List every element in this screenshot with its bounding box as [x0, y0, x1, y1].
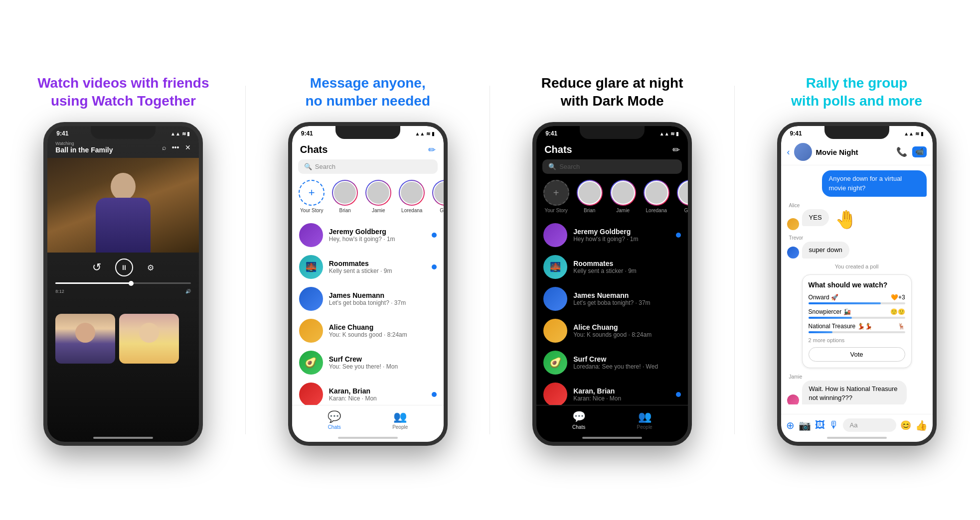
rewind-icon[interactable]: ↺ — [92, 261, 101, 274]
story-avatar-jamie[interactable] — [365, 180, 391, 206]
thumbs-up-icon[interactable]: 👍 — [915, 419, 928, 431]
call-icons: 📞 📹 — [896, 146, 927, 157]
search-icon[interactable]: ⌕ — [162, 143, 166, 151]
settings-icon[interactable]: ⚙ — [147, 263, 154, 272]
story-label-yours: Your Story — [300, 208, 323, 213]
story-dark-brian[interactable]: Brian — [576, 180, 603, 213]
chat-item-surf[interactable]: 🥑 Surf Crew You: See you there! · Mon — [292, 347, 444, 379]
story-dark-loredana[interactable]: Loredana — [643, 180, 670, 213]
story-gord[interactable]: Gord — [432, 180, 444, 213]
story-dark-avatar-brian[interactable] — [577, 180, 603, 206]
story-dark-avatar-gord[interactable] — [677, 180, 688, 206]
chat-avatar-jeremy — [299, 223, 323, 247]
story-avatar-loredana[interactable] — [399, 180, 425, 206]
progress-container[interactable] — [47, 282, 199, 284]
story-label-gord: Gord — [440, 208, 444, 213]
story-dark-avatar-jamie[interactable] — [610, 180, 636, 206]
poll-option-2[interactable]: Snowpiercer 🚂 🙂🙂 — [809, 308, 905, 319]
image-icon[interactable]: 🖼 — [815, 419, 825, 431]
chat-dark-roommates[interactable]: 🌉 Roommates Kelly sent a sticker · 9m — [536, 251, 688, 283]
progress-bar[interactable] — [55, 282, 191, 284]
playback-controls: ↺ ⏸ ⚙ — [47, 253, 199, 282]
story-avatar-gord[interactable] — [432, 180, 444, 206]
watch-controls[interactable]: ⌕ ••• ✕ — [162, 143, 191, 151]
phone-1: 9:41 ▲▲ ≋ ▮ Watching Ball in the Family … — [43, 122, 203, 446]
nav-people-light[interactable]: 👥 People — [392, 410, 408, 430]
edit-icon-light[interactable]: ✏ — [428, 144, 436, 155]
stories-row-light: + Your Story Brian Jamie — [292, 180, 444, 219]
status-icons-3: ▲▲ ≋ ▮ — [659, 131, 679, 136]
story-add-btn[interactable]: + — [299, 180, 325, 206]
nav-chats-dark[interactable]: 💬 Chats — [572, 410, 586, 430]
vote-button[interactable]: Vote — [809, 347, 905, 362]
story-dark-label-loredana: Loredana — [646, 208, 667, 213]
chat-dark-surf[interactable]: 🥑 Surf Crew Loredana: See you there! · W… — [536, 347, 688, 379]
chat-avatar-roommates: 🌉 — [299, 255, 323, 279]
bottom-nav-light: 💬 Chats 👥 People — [292, 405, 444, 442]
message-input[interactable]: Aa — [843, 418, 896, 432]
story-add-dark[interactable]: + — [543, 180, 569, 206]
msg-incoming-alice: YES 🤚 — [787, 209, 927, 230]
search-bar-dark[interactable]: 🔍 Search — [542, 159, 682, 174]
story-avatar-brian[interactable] — [332, 180, 358, 206]
back-arrow[interactable]: ‹ — [787, 147, 790, 157]
poll-card[interactable]: What should we watch? Onward 🚀 🧡+3 Snowp… — [802, 274, 912, 368]
phone-icon[interactable]: 📞 — [896, 146, 907, 157]
nav-chats-label: Chats — [328, 424, 341, 430]
story-jamie[interactable]: Jamie — [365, 180, 392, 213]
chat-item-alice[interactable]: Alice Chuang You: K sounds good · 8:24am — [292, 315, 444, 347]
poll-bar-3 — [809, 331, 905, 333]
unread-dot-karan — [432, 392, 437, 397]
chat-item-james[interactable]: James Nuemann Let's get boba tonight? · … — [292, 283, 444, 315]
chat-preview-alice: You: K sounds good · 8:24am — [329, 331, 437, 338]
chat-dark-info-karan: Karan, Brian Karan: Nice · Mon — [573, 387, 670, 402]
story-brian[interactable]: Brian — [331, 180, 359, 213]
watch-show-title: Ball in the Family — [55, 146, 113, 154]
story-dark-avatar-loredana[interactable] — [644, 180, 669, 206]
chat-dark-jeremy[interactable]: Jeremy Goldberg Hey how's it going? · 1m — [536, 219, 688, 251]
unread-dot-jeremy — [432, 233, 437, 238]
panel-1-title: Watch videos with friendsusing Watch Tog… — [37, 74, 209, 111]
edit-icon-dark[interactable]: ✏ — [672, 144, 680, 155]
msg-avatar-jamie — [787, 394, 799, 404]
more-icon[interactable]: ••• — [172, 143, 179, 151]
mic-icon[interactable]: 🎙 — [829, 419, 839, 431]
story-dark-your[interactable]: + Your Story — [542, 180, 570, 213]
poll-option-1[interactable]: Onward 🚀 🧡+3 — [809, 294, 905, 304]
emoji-icon[interactable]: 😊 — [900, 420, 911, 431]
pause-button[interactable]: ⏸ — [115, 259, 133, 276]
poll-title: What should we watch? — [809, 281, 905, 289]
video-area — [47, 158, 199, 253]
chat-dark-james[interactable]: James Nuemann Let's get boba tonight? · … — [536, 283, 688, 315]
story-dark-jamie[interactable]: Jamie — [609, 180, 637, 213]
video-call-icon[interactable]: 📹 — [912, 146, 927, 157]
add-icon[interactable]: ⊕ — [786, 419, 795, 431]
chat-name-surf: Surf Crew — [329, 355, 437, 363]
notch-1 — [91, 126, 156, 139]
chat-item-jeremy[interactable]: Jeremy Goldberg Hey, how's it going? · 1… — [292, 219, 444, 251]
camera-icon[interactable]: 📷 — [799, 419, 811, 431]
people-nav-icon: 👥 — [393, 410, 407, 423]
volume-icon[interactable]: 🔊 — [185, 289, 191, 294]
status-time-2: 9:41 — [301, 130, 313, 137]
poll-option-3[interactable]: National Treasure 💃💃 🦌 — [809, 323, 905, 333]
chat-dark-avatar-surf: 🥑 — [543, 351, 567, 375]
nav-chats-light[interactable]: 💬 Chats — [327, 410, 341, 430]
close-icon[interactable]: ✕ — [185, 143, 191, 151]
msg-group-jamie: Jamie Wait. How is National Treasure not… — [787, 374, 927, 404]
status-time-1: 9:41 — [56, 130, 68, 137]
chat-item-roommates[interactable]: 🌉 Roommates Kelly sent a sticker · 9m — [292, 251, 444, 283]
story-loredana[interactable]: Loredana — [398, 180, 426, 213]
stories-row-dark: + Your Story Brian Jamie — [536, 180, 688, 219]
story-your-story[interactable]: + Your Story — [298, 180, 326, 213]
chat-dark-preview-jeremy: Hey how's it going? · 1m — [573, 236, 670, 243]
nav-people-dark[interactable]: 👥 People — [637, 410, 653, 430]
chat-dark-alice[interactable]: Alice Chuang You: K sounds good · 8:24am — [536, 315, 688, 347]
msg-bubble-jamie: Wait. How is National Treasure not winni… — [802, 381, 907, 404]
chat-info-james: James Nuemann Let's get boba tonight? · … — [329, 291, 437, 306]
chat-dark-preview-karan: Karan: Nice · Mon — [573, 395, 670, 402]
story-dark-gord[interactable]: Gord — [676, 180, 688, 213]
progress-dot[interactable] — [129, 281, 134, 286]
more-options-text: 2 more options — [809, 337, 905, 343]
search-bar-light[interactable]: 🔍 Search — [298, 159, 438, 174]
